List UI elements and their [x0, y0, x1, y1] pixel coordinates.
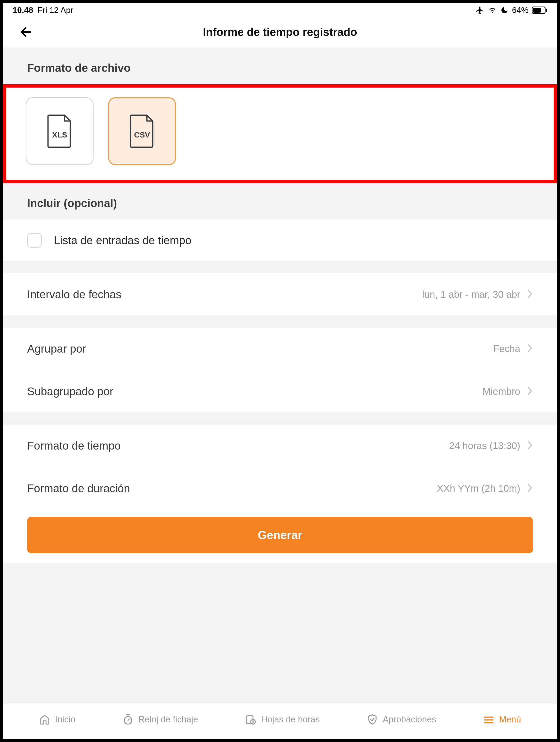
stopwatch-icon [122, 714, 133, 725]
moon-icon [500, 6, 509, 14]
tab-approvals[interactable]: Aprobaciones [367, 714, 436, 725]
battery-icon [532, 7, 547, 14]
row-subgroup-by-label: Subagrupado por [27, 385, 113, 398]
airplane-icon [475, 6, 484, 14]
svg-line-7 [128, 719, 129, 721]
chevron-right-icon [527, 386, 533, 397]
row-group-by-value: Fecha [493, 343, 520, 354]
tab-home[interactable]: Inicio [39, 714, 75, 725]
row-date-range[interactable]: Intervalo de fechas lun, 1 abr - mar, 30… [3, 273, 557, 315]
row-group-by-label: Agrupar por [27, 342, 86, 355]
tab-bar: Inicio Reloj de fichaje Hojas de horas A… [6, 702, 554, 736]
tab-timesheets[interactable]: Hojas de horas [245, 714, 320, 725]
tab-clock-label: Reloj de fichaje [138, 714, 198, 725]
row-date-range-label: Intervalo de fechas [27, 288, 121, 301]
shield-check-icon [367, 714, 378, 725]
include-time-entries-label: Lista de entradas de tiempo [54, 234, 191, 247]
page-title: Informe de tiempo registrado [203, 25, 357, 39]
page-header: Informe de tiempo registrado [3, 16, 557, 48]
status-right: 64% [475, 5, 547, 15]
svg-text:XLS: XLS [52, 130, 67, 139]
chevron-right-icon [527, 343, 533, 354]
status-time: 10.48 [13, 5, 33, 15]
include-time-entries-row[interactable]: Lista de entradas de tiempo [3, 219, 557, 261]
tab-clock[interactable]: Reloj de fichaje [122, 714, 198, 725]
tab-menu[interactable]: Menú [483, 714, 521, 725]
row-duration-format-value: XXh YYm (2h 10m) [437, 483, 520, 494]
wifi-icon [488, 7, 497, 14]
tab-timesheets-label: Hojas de horas [261, 714, 320, 725]
section-file-format-label: Formato de archivo [3, 48, 557, 84]
tab-approvals-label: Aprobaciones [383, 714, 436, 725]
row-time-format[interactable]: Formato de tiempo 24 horas (13:30) [3, 425, 557, 467]
status-date: Fri 12 Apr [38, 5, 73, 15]
svg-rect-1 [533, 8, 541, 13]
file-format-highlight: XLS CSV [3, 84, 557, 183]
section-include-label: Incluir (opcional) [3, 183, 557, 219]
timesheet-icon [245, 714, 256, 725]
chevron-right-icon [527, 440, 533, 451]
svg-rect-2 [546, 9, 547, 12]
chevron-right-icon [527, 289, 533, 300]
chevron-right-icon [527, 483, 533, 494]
menu-icon [483, 714, 494, 725]
row-date-range-value: lun, 1 abr - mar, 30 abr [422, 289, 520, 300]
row-time-format-value: 24 horas (13:30) [449, 440, 520, 451]
file-format-csv[interactable]: CSV [108, 97, 176, 165]
row-duration-format-label: Formato de duración [27, 482, 130, 495]
row-subgroup-by-value: Miembro [483, 386, 520, 397]
back-button[interactable] [17, 23, 35, 41]
include-time-entries-checkbox[interactable] [27, 233, 42, 248]
tab-menu-label: Menú [499, 714, 521, 725]
home-icon [39, 714, 50, 725]
row-group-by[interactable]: Agrupar por Fecha [3, 328, 557, 370]
generate-button[interactable]: Generar [27, 517, 533, 553]
row-subgroup-by[interactable]: Subagrupado por Miembro [3, 370, 557, 413]
file-format-xls[interactable]: XLS [26, 97, 94, 165]
row-duration-format[interactable]: Formato de duración XXh YYm (2h 10m) [3, 467, 557, 510]
status-bar: 10.48 Fri 12 Apr 64% [3, 3, 557, 16]
row-time-format-label: Formato de tiempo [27, 439, 121, 452]
tab-home-label: Inicio [55, 714, 75, 725]
battery-pct: 64% [512, 5, 528, 15]
svg-line-13 [253, 722, 254, 722]
svg-text:CSV: CSV [134, 130, 150, 139]
